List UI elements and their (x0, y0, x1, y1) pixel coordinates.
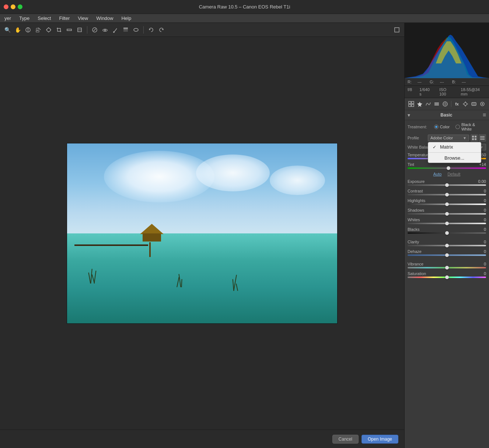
grass-right (233, 275, 237, 291)
shutter-value: 1/640 s (419, 87, 432, 96)
menu-item-select[interactable]: Select (35, 15, 53, 22)
profile-list-view[interactable] (479, 134, 486, 142)
redeye-tool[interactable] (101, 25, 109, 34)
exposure-row: Exposure 0.00 (408, 179, 486, 186)
image-canvas (0, 37, 404, 430)
saturation-track[interactable] (408, 277, 486, 278)
dehaze-thumb[interactable] (445, 253, 449, 257)
bw-option[interactable]: Black & White (455, 122, 486, 131)
panel-icon-tone[interactable] (425, 100, 432, 108)
highlights-track[interactable] (408, 204, 486, 205)
rotate-ccw[interactable] (147, 25, 156, 34)
section-title: Basic (410, 112, 483, 118)
whites-value: 0 (471, 218, 486, 222)
panel-icon-hsl[interactable] (433, 100, 440, 108)
panel-icon-basic[interactable] (416, 100, 423, 108)
svg-rect-19 (123, 29, 128, 30)
rotate-cw[interactable] (157, 25, 166, 34)
photo-dock (74, 244, 148, 246)
straighten-tool[interactable] (65, 25, 74, 34)
radial-filter[interactable] (132, 25, 140, 34)
cancel-button[interactable]: Cancel (332, 435, 359, 444)
panel-icon-fx[interactable]: fx (454, 100, 461, 108)
menu-item-filter[interactable]: Filter (57, 15, 72, 22)
grass-mid (178, 274, 182, 287)
dehaze-label: Dehaze (408, 249, 422, 254)
panel-icon-lens[interactable] (471, 100, 478, 108)
contrast-thumb[interactable] (445, 193, 449, 197)
menubar: yer Type Select Filter View Window Help (0, 14, 489, 23)
clarity-track[interactable] (408, 245, 486, 246)
menu-item-window[interactable]: Window (94, 15, 115, 22)
targeted-adjust-tool[interactable] (44, 25, 53, 34)
menu-item-yer[interactable]: yer (2, 15, 13, 22)
clarity-thumb[interactable] (445, 244, 449, 247)
rgb-values: R: --- G: --- B: --- (405, 78, 489, 86)
collapse-icon[interactable]: ▾ (408, 112, 410, 118)
minimize-button[interactable] (11, 4, 15, 9)
bw-radio[interactable] (455, 125, 460, 129)
svg-rect-10 (67, 29, 71, 31)
hand-tool[interactable]: ✋ (13, 25, 22, 34)
profile-dropdown-trigger[interactable]: Adobe Color ▼ (428, 135, 469, 141)
maximize-button[interactable] (18, 4, 22, 9)
section-menu-button[interactable]: ≡ (483, 112, 486, 118)
color-radio[interactable] (434, 125, 439, 129)
transform-tool[interactable] (75, 25, 84, 34)
svg-line-3 (38, 28, 41, 30)
toolbar-separator-2 (143, 26, 144, 34)
svg-rect-27 (412, 101, 414, 104)
zoom-tool[interactable]: 🔍 (3, 25, 12, 34)
panel-icon-grid[interactable] (408, 100, 415, 108)
vibrance-track[interactable] (408, 267, 486, 268)
open-image-button[interactable]: Open Image (361, 435, 398, 444)
vibrance-thumb[interactable] (445, 266, 449, 270)
menu-item-view[interactable]: View (76, 15, 90, 22)
saturation-thumb[interactable] (445, 275, 449, 279)
spot-removal-tool[interactable] (90, 25, 99, 34)
svg-rect-18 (123, 28, 128, 29)
dropdown-item-matrix[interactable]: Matrix (428, 142, 481, 152)
graduated-filter[interactable] (121, 25, 130, 34)
auto-default-row: Auto Default (408, 172, 486, 176)
vibrance-label: Vibrance (408, 262, 423, 266)
exposure-label: Exposure (408, 179, 425, 184)
auto-button[interactable]: Auto (433, 172, 442, 176)
whites-thumb[interactable] (445, 222, 449, 225)
panel-icon-color[interactable] (442, 100, 449, 108)
contrast-track[interactable] (408, 194, 486, 195)
panel-icon-calibration[interactable] (479, 100, 486, 108)
aperture-value: f/8 (408, 87, 412, 96)
treatment-label: Treatment: (408, 125, 431, 129)
color-sampler-tool[interactable] (34, 25, 43, 34)
tint-track[interactable] (408, 167, 486, 169)
panel-icon-detail[interactable] (462, 100, 469, 108)
menu-item-help[interactable]: Help (119, 15, 133, 22)
white-balance-tool[interactable] (24, 25, 32, 34)
tint-thumb[interactable] (447, 166, 450, 170)
highlights-thumb[interactable] (445, 202, 449, 206)
camera-info: f/8 1/640 s ISO 100 18-55@34 mm (405, 86, 489, 98)
default-button[interactable]: Default (447, 172, 460, 176)
shadows-thumb[interactable] (445, 212, 449, 216)
close-button[interactable] (4, 4, 8, 9)
color-option[interactable]: Color (434, 125, 450, 129)
menu-item-type[interactable]: Type (17, 15, 32, 22)
exposure-thumb[interactable] (445, 183, 449, 187)
g-value: G: (430, 80, 434, 84)
dehaze-track[interactable] (408, 254, 486, 256)
blacks-track[interactable] (408, 232, 486, 234)
crop-tool[interactable] (55, 25, 63, 34)
full-screen-toggle[interactable] (392, 25, 401, 34)
svg-line-14 (94, 29, 96, 31)
photo-preview (67, 143, 338, 324)
blacks-thumb[interactable] (445, 231, 449, 235)
dropdown-item-browse[interactable]: Browse... (428, 153, 481, 163)
whites-track[interactable] (408, 223, 486, 224)
b-value: B: (452, 80, 456, 84)
shadows-track[interactable] (408, 213, 486, 215)
adjustment-brush[interactable] (111, 25, 120, 34)
exposure-track[interactable] (408, 184, 486, 186)
profile-grid-view[interactable] (471, 134, 478, 142)
main-layout: 🔍 ✋ (0, 23, 489, 448)
